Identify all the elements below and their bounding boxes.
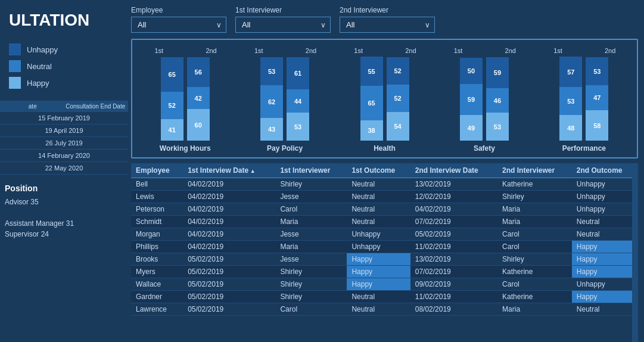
chart-col-header: 2nd [191,47,232,54]
table-cell: Maria [497,303,572,316]
position-advisor: Advisor 35 [5,198,123,206]
position-supervisor: Supervisor 24 [5,230,123,238]
legend-item-happy: Happy [9,77,119,89]
interviewer2-filter-label: 2nd Interviewer [340,6,435,14]
table-header-2nd-interviewer[interactable]: 2nd Interviewer [497,163,572,178]
interviewer1-select-wrapper[interactable]: All [235,17,331,33]
table-cell: Shirley [497,253,572,266]
seg-happy: 49 [460,115,483,141]
position-section: Position Advisor 35 Assistant Manager 31… [0,184,128,241]
table-cell: Happy [572,253,638,266]
chart-bars-3: 50 59 49 59 46 53 [460,57,509,141]
table-cell: 05/02/2019 [183,266,275,278]
chart-headers-1: 1st2nd [238,47,331,54]
chart-headers-4: 1st2nd [537,47,631,54]
bar-col-0: 57 53 48 [559,57,582,141]
date-value: 22 May 2020 [2,164,126,172]
date-row: 19 April 2019 [0,125,128,137]
date-row: 26 July 2019 [0,137,128,150]
date-row: 14 February 2020 [0,150,128,162]
table-row: Schmidt04/02/2019MariaNeutral07/02/2019M… [131,216,638,228]
interviewer1-filter-label: 1st Interviewer [235,6,331,14]
table-cell: Happy [572,241,638,253]
table-header-1st-interview-date[interactable]: 1st Interview Date [183,163,275,178]
chart-title-2: Health [374,144,396,153]
interviewer2-filter-group: 2nd Interviewer All [340,6,435,33]
table-cell: Shirley [275,278,347,291]
seg-neutral: 44 [287,89,309,113]
table-cell: Neutral [572,228,638,241]
interviewer2-select[interactable]: All [340,17,435,33]
seg-neutral: 46 [486,88,509,113]
seg-happy: 41 [161,119,183,141]
date-rows: 15 February 201919 April 201926 July 201… [0,112,128,175]
table-cell: Maria [497,216,572,228]
chart-title-1: Pay Policy [267,144,303,153]
chart-bars-2: 55 65 38 52 52 54 [360,57,409,141]
employee-select-wrapper[interactable]: All [131,17,226,33]
chart-headers-0: 1st2nd [138,47,232,54]
date-row: 15 February 2019 [0,112,128,125]
seg-neutral: 53 [559,87,582,115]
table-cell: Neutral [347,191,410,203]
position-title: Position [5,184,123,193]
table-cell: Neutral [347,303,410,316]
table-row: Phillips04/02/2019MariaUnhappy11/02/2019… [131,241,638,253]
table-cell: Jesse [275,228,347,241]
bar-col-1: 56 42 60 [187,57,210,141]
interviewer1-select[interactable]: All [235,17,331,33]
chart-group-1: 1st2nd 53 62 43 61 44 53 Pay Policy [238,47,331,153]
bar-col-1: 59 46 53 [486,57,509,141]
chart-col-header: 2nd [390,47,432,54]
table-header-1st-interviewer[interactable]: 1st Interviewer [275,163,347,178]
table-cell: 05/02/2019 [183,303,275,316]
scrollbar[interactable] [632,163,638,342]
bar-col-1: 61 44 53 [287,57,309,141]
table-header-2nd-outcome[interactable]: 2nd Outcome [572,163,638,178]
data-table-wrapper: Employee1st Interview Date1st Interviewe… [131,163,638,342]
table-cell: Unhappy [572,191,638,203]
table-cell: 13/02/2019 [410,253,497,266]
table-cell: 04/02/2019 [183,178,275,191]
table-cell: Shirley [275,178,347,191]
seg-neutral: 52 [387,85,409,112]
chart-group-4: 1st2nd 57 53 48 53 47 58 Performance [537,47,631,153]
table-cell: 04/02/2019 [183,203,275,216]
table-row: Brooks05/02/2019JesseHappy13/02/2019Shir… [131,253,638,266]
table-cell: 05/02/2019 [183,278,275,291]
table-cell: Gardner [131,291,183,303]
chart-col-header: 1st [437,47,479,54]
table-cell: 04/02/2019 [183,228,275,241]
chart-title-3: Safety [474,144,495,153]
table-cell: Unhappy [572,178,638,191]
seg-unhappy: 65 [161,57,183,92]
seg-unhappy: 53 [260,57,283,85]
app-title: ULTATION [0,6,128,38]
chart-col-header: 1st [338,47,379,54]
table-cell: Carol [275,203,347,216]
table-row: Gardner05/02/2019ShirleyNeutral11/02/201… [131,291,638,303]
table-cell: Neutral [347,291,410,303]
interviewer1-filter-group: 1st Interviewer All [235,6,331,33]
legend-box-unhappy [9,43,21,55]
main-content: Employee All 1st Interviewer All 2nd Int… [128,0,644,342]
chart-col-header: 1st [537,47,579,54]
table-row: Wallace05/02/2019ShirleyHappy09/02/2019C… [131,278,638,291]
table-cell: Happy [572,291,638,303]
table-header-2nd-interview-date[interactable]: 2nd Interview Date [410,163,497,178]
seg-happy: 53 [486,113,509,141]
seg-happy: 43 [260,118,283,141]
table-cell: 04/02/2019 [183,241,275,253]
table-cell: Morgan [131,228,183,241]
seg-happy: 58 [586,110,608,141]
table-cell: 11/02/2019 [410,241,497,253]
interviewer2-select-wrapper[interactable]: All [340,17,435,33]
legend-item-neutral: Neutral [9,60,119,72]
employee-select[interactable]: All [131,17,226,33]
seg-unhappy: 56 [187,57,210,87]
table-header-1st-outcome[interactable]: 1st Outcome [347,163,410,178]
table-header-employee[interactable]: Employee [131,163,183,178]
table-cell: Phillips [131,241,183,253]
table-cell: Lewis [131,191,183,203]
bar-col-0: 50 59 49 [460,57,483,141]
